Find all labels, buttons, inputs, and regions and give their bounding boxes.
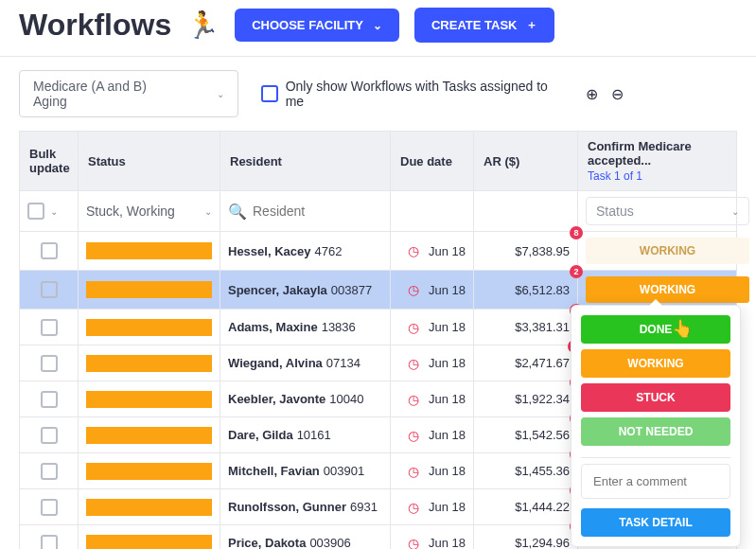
bulk-checkbox-cell [20,271,79,309]
status-filter[interactable]: Stuck, Working ⌄ [79,191,220,231]
workflow-select[interactable]: Medicare (A and B) Aging ⌄ [19,70,238,117]
filter-row: ⌄ Stuck, Working ⌄ 🔍 Status ⌄ [20,190,736,231]
task-detail-button[interactable]: TASK DETAIL [581,508,730,537]
clock-icon: ◷ [408,282,419,297]
ar-value: $1,922.34 [515,392,570,406]
ar-cell: $6,512.832 [474,271,578,309]
col-confirm: Confirm Medicare accepted... Task 1 of 1 [578,132,756,190]
due-date: Jun 18 [429,428,466,442]
resident-name: Adams, Maxine [228,320,318,334]
table-header: Bulk update Status Resident Due date AR … [20,132,736,190]
checkbox-icon [261,85,278,102]
due-cell: ◷Jun 18 [391,417,474,452]
ar-value: $1,294.96 [515,536,570,549]
col-resident: Resident [220,132,391,190]
status-bar [86,427,212,444]
resident-name: Keebler, Javonte [228,392,325,406]
table-row[interactable]: Spencer, Jakayla003877◷Jun 18$6,512.832W… [20,270,736,309]
ar-filter [474,191,578,231]
due-cell: ◷Jun 18 [391,310,474,345]
status-cell [79,525,220,549]
confirm-status-button[interactable]: WORKING [586,276,749,303]
resident-cell: Spencer, Jakayla003877 [220,271,391,309]
resident-search-input[interactable] [253,204,382,219]
status-cell [79,232,220,270]
clock-icon: ◷ [408,464,419,479]
col-status: Status [79,132,220,190]
row-checkbox[interactable] [41,427,58,444]
row-checkbox[interactable] [41,535,58,550]
row-checkbox[interactable] [41,499,58,516]
col-confirm-sub: Task 1 of 1 [588,169,747,183]
ar-value: $3,381.31 [515,320,570,334]
due-cell: ◷Jun 18 [391,271,474,309]
resident-id: 07134 [326,356,360,370]
stuck-button[interactable]: STUCK [581,383,730,412]
clock-icon: ◷ [408,536,419,550]
done-button[interactable]: DONE [581,315,730,344]
due-date: Jun 18 [429,244,466,258]
create-task-button[interactable]: CREATE TASK ＋ [414,8,555,43]
choose-facility-label: CHOOSE FACILITY [252,18,363,32]
due-date: Jun 18 [429,283,466,297]
table-row[interactable]: Hessel, Kacey4762◷Jun 18$7,838.958WORKIN… [20,231,736,270]
resident-id: 13836 [322,320,356,334]
due-filter [391,191,474,231]
resident-name: Mitchell, Favian [228,464,320,478]
resident-id: 003877 [331,283,372,297]
bulk-select-all[interactable]: ⌄ [20,191,79,231]
ar-cell: $1,294.963 [474,525,578,549]
comment-input[interactable] [581,464,730,499]
ar-cell: $3,381.315 [474,310,578,345]
status-bar [86,319,212,336]
status-cell [79,345,220,381]
status-popup: DONE WORKING STUCK NOT NEEDED TASK DETAI… [571,305,741,547]
resident-id: 6931 [350,500,378,514]
chevron-down-icon: ⌄ [204,206,212,217]
choose-facility-button[interactable]: CHOOSE FACILITY ⌄ [235,9,399,42]
status-bar [86,355,212,372]
ar-value: $6,512.83 [515,283,570,297]
bulk-checkbox-cell [20,345,79,381]
page-title: Workflows [19,8,171,43]
row-checkbox[interactable] [41,242,58,259]
confirm-status-select[interactable]: Status ⌄ [586,197,749,225]
working-button[interactable]: WORKING [581,349,730,378]
only-mine-checkbox[interactable]: Only show Workflows with Tasks assigned … [261,79,563,109]
resident-name: Price, Dakota [228,536,306,549]
row-checkbox[interactable] [41,391,58,408]
not-needed-button[interactable]: NOT NEEDED [581,417,730,446]
due-cell: ◷Jun 18 [391,525,474,549]
resident-name: Hessel, Kacey [228,244,310,258]
workflow-select-value: Medicare (A and B) Aging [33,79,179,109]
status-bar [86,535,212,550]
due-date: Jun 18 [429,392,466,406]
running-emoji-icon: 🏃 [186,9,220,41]
bulk-checkbox-cell [20,525,79,549]
resident-id: 003906 [309,536,350,549]
clock-icon: ◷ [408,356,419,371]
zoom-out-icon[interactable]: ⊖ [611,85,624,103]
chevron-down-icon: ⌄ [373,19,382,32]
resident-id: 003901 [324,464,364,478]
status-bar [86,281,212,298]
ar-cell: $1,444.223 [474,489,578,524]
row-checkbox[interactable] [41,281,58,298]
due-date: Jun 18 [429,464,466,478]
due-cell: ◷Jun 18 [391,381,474,416]
row-checkbox[interactable] [41,463,58,480]
resident-search[interactable]: 🔍 [220,191,391,231]
ar-cell: $1,542.561 [474,417,578,452]
bulk-checkbox-cell [20,232,79,270]
status-cell [79,417,220,452]
due-date: Jun 18 [429,356,466,370]
due-cell: ◷Jun 18 [391,345,474,381]
row-checkbox[interactable] [41,319,58,336]
row-checkbox[interactable] [41,355,58,372]
ar-cell: $7,838.958 [474,232,578,270]
search-icon: 🔍 [228,203,247,221]
status-cell [79,310,220,345]
zoom-in-icon[interactable]: ⊕ [586,85,598,103]
confirm-status-button[interactable]: WORKING [586,238,749,264]
clock-icon: ◷ [408,320,419,335]
